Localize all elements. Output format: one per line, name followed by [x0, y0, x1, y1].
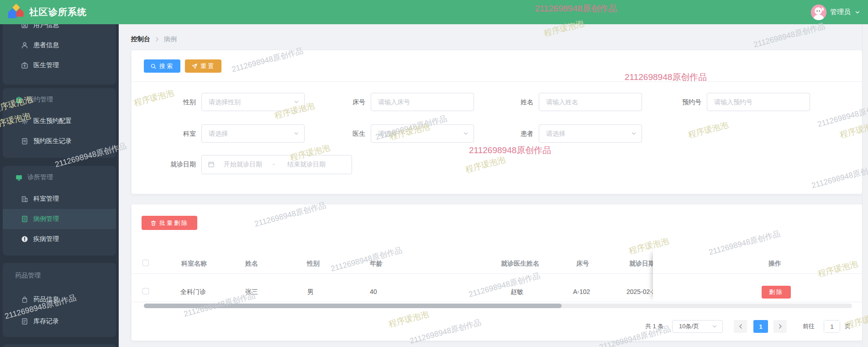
page-size-value: 10条/页	[679, 320, 699, 332]
sidebar-item-case-management[interactable]: 病例管理	[3, 209, 116, 229]
sidebar-section-clinic-management[interactable]: 诊所管理	[3, 166, 116, 189]
sidebar-item-doctor-appointment-config[interactable]: 医生预约配置	[3, 111, 116, 131]
breadcrumb-separator-icon	[154, 37, 160, 42]
goto-page-input[interactable]	[824, 320, 840, 332]
chevron-down-icon	[293, 99, 300, 105]
reset-button-label: 重置	[200, 62, 215, 70]
case-icon	[21, 215, 28, 223]
sidebar-item-stock-records[interactable]: 库存记录	[3, 310, 116, 332]
page-number-1[interactable]: 1	[753, 320, 768, 333]
name-input-wrap	[539, 93, 642, 111]
sidebar-group-more	[3, 344, 116, 347]
sidebar-item-medicine-info[interactable]: 药品信息	[3, 288, 116, 310]
chevron-down-icon	[463, 130, 469, 137]
record-icon	[21, 138, 28, 145]
user-icon	[21, 24, 28, 29]
page-size-select[interactable]: 10条/页	[672, 320, 723, 333]
horizontal-scrollbar-thumb[interactable]	[144, 304, 562, 308]
visit-date-start-placeholder: 开始就诊日期	[224, 155, 262, 173]
breadcrumb-current: 病例	[164, 35, 177, 43]
doctor-label: 医生	[301, 124, 365, 143]
sidebar-item-label: 疾病管理	[33, 235, 59, 243]
sidebar-section-label: 预约管理	[27, 96, 53, 104]
app-title: 社区诊所系统	[29, 6, 87, 18]
patient-label: 患者	[469, 124, 533, 143]
horizontal-scrollbar-track	[144, 304, 852, 308]
column-header-gender: 性别	[307, 254, 320, 273]
column-header-doctor: 就诊医生姓名	[501, 254, 539, 273]
table-row-divider	[132, 302, 862, 302]
visit-date-end-placeholder: 结束就诊日期	[287, 155, 326, 173]
pagination-page-unit: 页	[845, 320, 851, 333]
goto-page-input-wrap	[824, 320, 840, 333]
vertical-scrollbar-track[interactable]	[862, 24, 868, 347]
prev-page-button[interactable]	[734, 320, 747, 333]
user-name: 管理员	[830, 8, 851, 16]
dept-select[interactable]: 请选择	[201, 124, 305, 143]
cell-name: 张三	[245, 282, 258, 302]
sidebar-group-medicine: 药品管理 药品信息 库存记录	[3, 263, 116, 337]
reset-button[interactable]: 重置	[185, 59, 221, 73]
chevron-down-icon	[854, 9, 861, 16]
column-header-bed: 床号	[576, 254, 589, 273]
chevron-right-icon	[778, 324, 783, 329]
sidebar-item-label: 库存记录	[33, 317, 59, 326]
name-label: 姓名	[469, 93, 533, 111]
batch-delete-label: 批量删除	[159, 219, 189, 227]
sidebar-item-appointment-doctor-records[interactable]: 预约医生记录	[3, 131, 116, 151]
clinic-icon	[15, 174, 23, 182]
chevron-down-icon	[631, 130, 637, 137]
breadcrumb-root[interactable]: 控制台	[131, 35, 150, 43]
name-input[interactable]	[539, 93, 642, 111]
trash-icon	[150, 220, 157, 226]
delete-button[interactable]: 删除	[762, 286, 791, 299]
sidebar-item-label: 药品信息	[33, 295, 59, 304]
sidebar-item-disease-management[interactable]: 疾病管理	[3, 229, 116, 249]
gender-label: 性别	[132, 93, 196, 111]
user-menu[interactable]: 管理员	[811, 0, 861, 24]
sidebar-group-clinic: 诊所管理 科室管理 病例管理 疾病管理	[3, 166, 116, 256]
next-page-button[interactable]	[773, 320, 787, 333]
select-all-checkbox[interactable]	[142, 260, 149, 266]
column-header-dept: 科室名称	[181, 254, 207, 273]
appt-no-input[interactable]	[707, 93, 810, 111]
patient-placeholder: 请选择	[546, 125, 565, 142]
sidebar-item-label: 用户信息	[33, 24, 59, 29]
sidebar-section-appointment-management[interactable]: 预约管理	[3, 88, 116, 111]
app-header: 社区诊所系统 管理员	[0, 0, 868, 24]
cell-gender: 男	[307, 282, 314, 302]
chevron-down-icon	[293, 130, 300, 137]
patient-select[interactable]: 请选择	[539, 124, 642, 143]
bed-label: 床号	[301, 93, 365, 111]
dept-label: 科室	[132, 124, 196, 143]
search-button[interactable]: 搜索	[144, 59, 180, 73]
appt-no-input-wrap	[707, 93, 810, 111]
column-header-age: 年龄	[370, 254, 383, 273]
avatar[interactable]	[811, 5, 826, 20]
row-checkbox[interactable]	[142, 288, 149, 294]
delete-button-label: 删除	[769, 288, 784, 295]
doctor-select[interactable]: 请选择	[371, 124, 474, 143]
dept-placeholder: 请选择	[209, 125, 228, 142]
batch-delete-button[interactable]: 批量删除	[142, 216, 197, 230]
sidebar-item-user-info[interactable]: 用户信息	[3, 24, 116, 35]
gender-select[interactable]: 请选择性别	[201, 93, 305, 111]
search-button-label: 搜索	[159, 62, 174, 70]
calendar-icon	[208, 161, 215, 168]
main-content: 控制台 病例 搜索 重置 性别 请选择性别 床号	[119, 24, 868, 347]
cell-bed: A-102	[573, 282, 590, 302]
bed-input[interactable]	[371, 93, 473, 111]
sidebar-item-doctor-management[interactable]: 医生管理	[3, 55, 116, 75]
sidebar-item-label: 医生管理	[33, 61, 59, 69]
bed-input-wrap	[371, 93, 474, 111]
visit-date-label: 就诊日期	[132, 155, 196, 173]
sidebar-item-label: 医生预约配置	[33, 117, 72, 125]
sidebar-item-label: 预约医生记录	[33, 137, 72, 145]
visit-date-range-picker[interactable]: 开始就诊日期 - 结束就诊日期	[201, 155, 352, 174]
column-header-date: 就诊日期	[629, 254, 655, 273]
sidebar: 用户信息 患者信息 医生管理 预约管理	[0, 24, 119, 347]
sidebar-item-patient-info[interactable]: 患者信息	[3, 35, 116, 55]
sidebar-item-department-management[interactable]: 科室管理	[3, 189, 116, 209]
case-table-panel: 批量删除 科室名称 姓名 性别 年龄 就诊医生姓名 床号 就诊日期 全科门诊 张…	[132, 204, 862, 341]
sidebar-section-medicine-management[interactable]: 药品管理	[3, 263, 116, 288]
